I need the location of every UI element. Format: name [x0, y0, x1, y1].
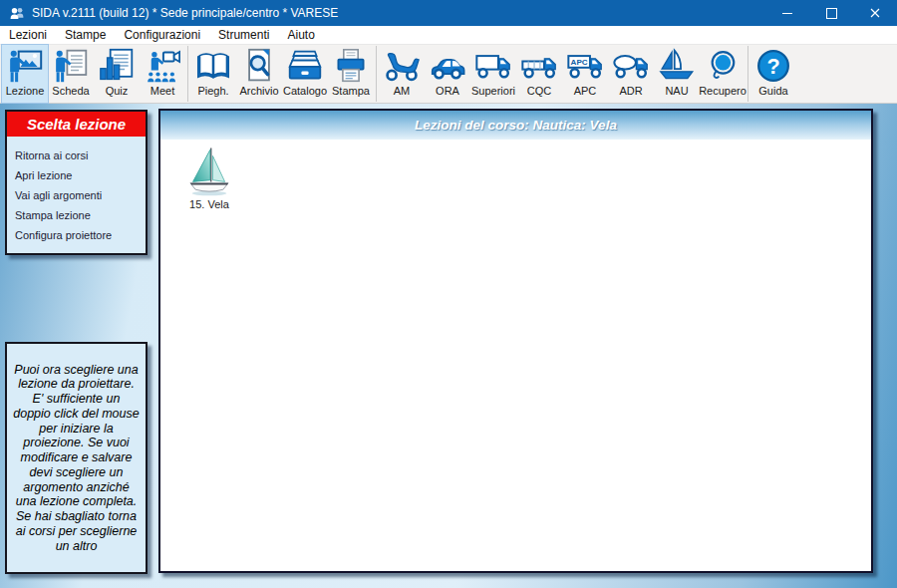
toolbar-label: APC [574, 85, 597, 98]
course-lessons-header: Lezioni del corso: Nautica: Vela [160, 111, 871, 140]
toolbar-label: Archivio [239, 85, 278, 98]
toolbar-label: Meet [150, 85, 174, 98]
main-content-panel: Lezioni del corso: Nautica: Vela [158, 109, 873, 573]
menu-configurazioni[interactable]: Configurazioni [115, 27, 209, 43]
question-mark-icon: ? [755, 47, 791, 85]
toolbar-label: Quiz [106, 85, 129, 98]
car-icon [430, 47, 465, 85]
tanker-truck-icon [613, 47, 649, 85]
toolbar-button-piegh[interactable]: Piegh. [190, 45, 236, 103]
recovery-balloon-icon [705, 47, 741, 85]
close-button[interactable] [853, 0, 897, 26]
open-book-icon [195, 47, 231, 85]
sidebar-item-apri-lezione[interactable]: Apri lezione [7, 165, 146, 185]
menu-aiuto[interactable]: Aiuto [278, 27, 323, 43]
toolbar-button-scheda[interactable]: Scheda [48, 45, 94, 103]
app-users-icon [9, 6, 25, 20]
toolbar-button-apc[interactable]: APC APC [562, 45, 608, 103]
toolbar-divider [187, 46, 188, 102]
toolbar-button-guida[interactable]: ? Guida [750, 45, 796, 103]
lesson-choice-panel: Scelta lezione Ritorna ai corsi Apri lez… [5, 110, 148, 255]
sidebar-menu: Ritorna ai corsi Apri lezione Vai agli a… [7, 137, 146, 245]
toolbar: Lezione Scheda Quiz [0, 45, 897, 104]
bar-chart-document-icon [99, 47, 135, 85]
menu-strumenti[interactable]: Strumenti [209, 27, 278, 43]
toolbar-label: ORA [436, 85, 459, 98]
toolbar-label: Recupero [699, 85, 747, 98]
toolbar-label: Superiori [471, 85, 515, 98]
minimize-button[interactable] [765, 0, 809, 26]
toolbar-label: Guida [758, 85, 787, 98]
sailboat-icon [659, 47, 695, 85]
lesson-item-vela[interactable]: 15. Vela [176, 146, 242, 210]
printer-icon [333, 47, 369, 85]
sidebar-item-stampa-lezione[interactable]: Stampa lezione [7, 205, 146, 225]
workspace: Scelta lezione Ritorna ai corsi Apri lez… [0, 104, 897, 588]
toolbar-button-recupero[interactable]: Recupero [700, 45, 746, 103]
window-title: SIDA v.2111 (build 12) * Sede principale… [32, 6, 765, 20]
lesson-list-area: 15. Vela [160, 140, 871, 571]
question-badge: ? [766, 54, 779, 79]
toolbar-label: NAU [665, 85, 688, 98]
toolbar-button-stampa[interactable]: Stampa [328, 45, 374, 103]
flatbed-truck-icon [521, 47, 557, 85]
toolbar-divider [748, 46, 748, 102]
toolbar-button-superiori[interactable]: Superiori [470, 45, 516, 103]
sidebar-item-vai-agli-argomenti[interactable]: Vai agli argomenti [7, 185, 146, 205]
menu-stampe[interactable]: Stampe [56, 27, 115, 43]
toolbar-label: Lezione [6, 85, 45, 98]
window-controls [765, 0, 897, 26]
sidebar-item-ritorna-ai-corsi[interactable]: Ritorna ai corsi [7, 146, 146, 165]
close-icon [870, 8, 880, 18]
toolbar-label: CQC [527, 85, 551, 98]
presenter-document-icon [53, 47, 89, 85]
toolbar-label: Piegh. [197, 85, 228, 98]
toolbar-button-quiz[interactable]: Quiz [94, 45, 140, 103]
toolbar-button-meet[interactable]: Meet [140, 45, 185, 103]
presenter-picture-icon [7, 47, 43, 85]
info-panel: Puoi ora scegliere una lezione da proiet… [5, 342, 148, 574]
panel-title: Scelta lezione [7, 112, 146, 137]
apc-badge: APC [571, 58, 588, 67]
toolbar-label: Stampa [332, 85, 370, 98]
menubar: Lezioni Stampe Configurazioni Strumenti … [0, 26, 897, 45]
info-text: Puoi ora scegliere una lezione da proiet… [13, 363, 140, 554]
toolbar-button-am[interactable]: AM [379, 45, 425, 103]
toolbar-label: Catalogo [283, 85, 327, 98]
maximize-button[interactable] [809, 0, 853, 26]
scooter-icon [384, 47, 420, 85]
titlebar: SIDA v.2111 (build 12) * Sede principale… [0, 0, 897, 26]
toolbar-label: Scheda [52, 85, 89, 98]
archive-drawer-icon [287, 47, 323, 85]
toolbar-button-lezione[interactable]: Lezione [2, 45, 48, 103]
toolbar-button-adr[interactable]: ADR [608, 45, 654, 103]
lesson-item-label: 15. Vela [189, 198, 229, 210]
sidebar-item-configura-proiettore[interactable]: Configura proiettore [7, 225, 146, 245]
toolbar-button-catalogo[interactable]: Catalogo [282, 45, 328, 103]
toolbar-label: ADR [619, 85, 642, 98]
toolbar-button-cqc[interactable]: CQC [516, 45, 562, 103]
video-meeting-icon [145, 47, 180, 85]
document-search-icon [241, 47, 277, 85]
toolbar-divider [376, 46, 377, 102]
box-truck-icon [475, 47, 511, 85]
apc-truck-icon: APC [567, 47, 603, 85]
toolbar-label: AM [394, 85, 411, 98]
toolbar-button-ora[interactable]: ORA [425, 45, 470, 103]
sailboat-teal-icon [186, 146, 232, 197]
menu-lezioni[interactable]: Lezioni [0, 27, 56, 43]
app-window: { "window": { "title": "SIDA v.2111 (bui… [0, 0, 897, 588]
toolbar-button-archivio[interactable]: Archivio [236, 45, 282, 103]
toolbar-button-nau[interactable]: NAU [654, 45, 700, 103]
